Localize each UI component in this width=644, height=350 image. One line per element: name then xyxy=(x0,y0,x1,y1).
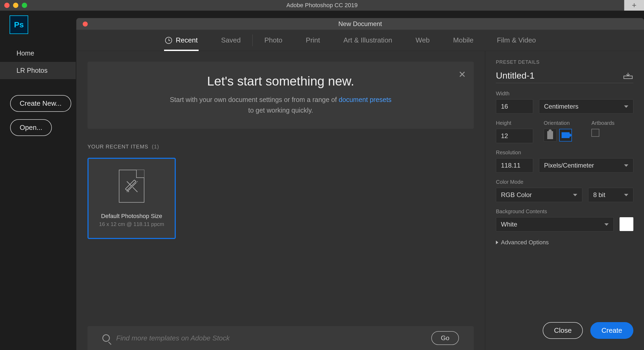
dialog-titlebar: New Document xyxy=(76,18,644,30)
resolution-input[interactable] xyxy=(496,158,533,173)
chevron-down-icon xyxy=(624,105,628,108)
orientation-landscape-button[interactable] xyxy=(559,129,572,142)
dialog-main-area: ✕ Let's start something new. Start with … xyxy=(76,51,485,350)
colormode-dropdown[interactable]: RGB Color xyxy=(496,188,582,202)
tab-photo[interactable]: Photo xyxy=(253,30,294,51)
tab-label: Photo xyxy=(264,36,282,44)
create-new-button[interactable]: Create New... xyxy=(10,95,71,112)
width-label: Width xyxy=(496,91,633,97)
dialog-title: New Document xyxy=(338,20,382,28)
sidebar-item-home[interactable]: Home xyxy=(0,45,76,62)
orientation-portrait-button[interactable] xyxy=(544,129,557,142)
bg-label: Background Contents xyxy=(496,208,633,215)
tab-label: Film & Video xyxy=(497,36,536,44)
app-titlebar: Adobe Photoshop CC 2019 + xyxy=(0,0,644,11)
close-button[interactable]: Close xyxy=(543,322,583,339)
orientation-label: Orientation xyxy=(544,120,586,126)
window-maximize-button[interactable] xyxy=(22,3,27,8)
new-tab-button[interactable]: + xyxy=(624,0,644,11)
tab-label: Recent xyxy=(176,36,198,44)
create-button[interactable]: Create xyxy=(590,322,633,339)
hero-banner: ✕ Let's start something new. Start with … xyxy=(87,62,474,129)
stock-go-button[interactable]: Go xyxy=(431,331,459,345)
tab-art-illustration[interactable]: Art & Illustration xyxy=(332,30,404,51)
preset-name-input[interactable] xyxy=(496,70,617,81)
tab-label: Art & Illustration xyxy=(344,36,392,44)
window-minimize-button[interactable] xyxy=(13,3,18,8)
sidebar-item-lr-photos[interactable]: LR Photos xyxy=(0,62,76,79)
bg-color-swatch[interactable] xyxy=(620,217,633,231)
window-close-button[interactable] xyxy=(4,3,10,8)
document-icon xyxy=(119,170,144,203)
resolution-label: Resolution xyxy=(496,150,633,156)
stock-search-input[interactable] xyxy=(116,334,425,342)
tab-label: Saved xyxy=(221,36,241,44)
tab-mobile[interactable]: Mobile xyxy=(441,30,485,51)
app-title: Adobe Photoshop CC 2019 xyxy=(286,2,358,9)
tab-film-video[interactable]: Film & Video xyxy=(485,30,548,51)
artboards-label: Artboards xyxy=(591,120,633,126)
width-unit-dropdown[interactable]: Centimeters xyxy=(539,99,633,114)
dialog-close-button[interactable] xyxy=(83,22,88,27)
preset-name: Default Photoshop Size xyxy=(101,213,162,220)
chevron-down-icon xyxy=(624,194,628,196)
tab-recent[interactable]: Recent xyxy=(153,30,209,51)
tab-saved[interactable]: Saved xyxy=(209,30,252,51)
tab-print[interactable]: Print xyxy=(294,30,332,51)
tab-web[interactable]: Web xyxy=(404,30,441,51)
preset-meta: 16 x 12 cm @ 118.11 ppcm xyxy=(99,221,164,227)
photoshop-logo: Ps xyxy=(10,15,28,34)
tab-label: Print xyxy=(306,36,320,44)
colormode-label: Color Mode xyxy=(496,179,633,185)
history-icon xyxy=(165,37,172,44)
chevron-down-icon xyxy=(573,194,577,196)
height-label: Height xyxy=(496,120,538,126)
tab-label: Web xyxy=(416,36,430,44)
save-preset-icon[interactable] xyxy=(623,72,633,79)
document-presets-link[interactable]: document presets xyxy=(339,96,392,103)
home-sidebar: Ps Home LR Photos Create New... Open... xyxy=(0,11,76,350)
artboards-checkbox[interactable] xyxy=(591,129,599,137)
new-document-dialog: New Document Recent Saved Photo Print Ar… xyxy=(76,18,644,350)
advanced-options-toggle[interactable]: Advanced Options xyxy=(496,239,633,246)
resolution-unit-dropdown[interactable]: Pixels/Centimeter xyxy=(539,158,633,173)
hero-subtext: Start with your own document settings or… xyxy=(101,94,461,116)
hero-heading: Let's start something new. xyxy=(101,74,461,88)
height-input[interactable] xyxy=(496,129,533,143)
open-button[interactable]: Open... xyxy=(10,119,52,136)
width-input[interactable] xyxy=(496,99,533,114)
chevron-right-icon xyxy=(496,241,498,244)
chevron-down-icon xyxy=(624,164,628,167)
search-icon xyxy=(102,334,110,342)
recent-items-label: YOUR RECENT ITEMS (1) xyxy=(87,144,474,150)
hero-close-button[interactable]: ✕ xyxy=(458,69,466,80)
chevron-down-icon xyxy=(604,223,609,226)
stock-search-bar: Go xyxy=(87,326,474,350)
tab-label: Mobile xyxy=(453,36,474,44)
dialog-tabs: Recent Saved Photo Print Art & Illustrat… xyxy=(76,30,644,51)
preset-card-default[interactable]: Default Photoshop Size 16 x 12 cm @ 118.… xyxy=(87,158,176,239)
colordepth-dropdown[interactable]: 8 bit xyxy=(588,188,633,202)
panel-heading: PRESET DETAILS xyxy=(496,59,633,65)
bg-contents-dropdown[interactable]: White xyxy=(496,217,614,232)
preset-details-panel: PRESET DETAILS Width Centimeters Height xyxy=(485,51,644,350)
